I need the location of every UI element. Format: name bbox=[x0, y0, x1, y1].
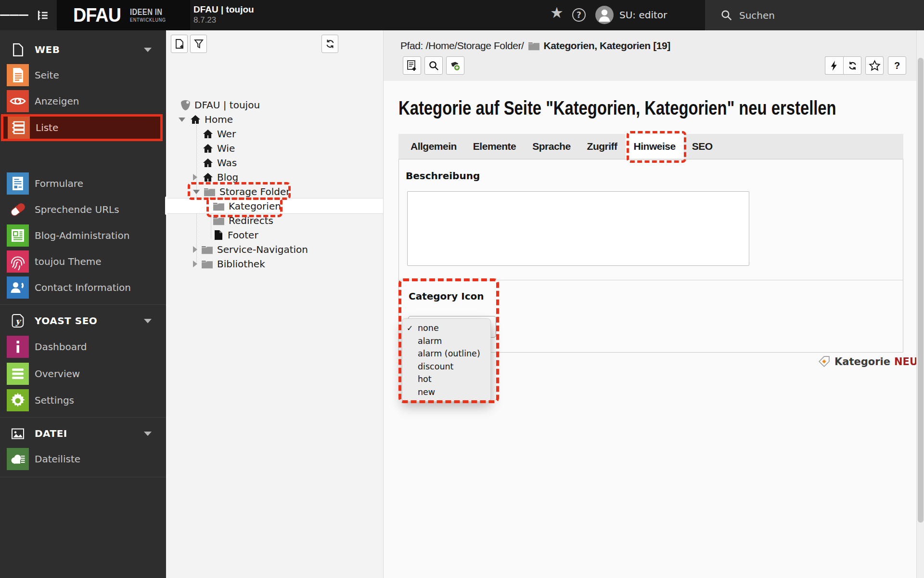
user-menu[interactable]: SU: editor bbox=[595, 6, 667, 24]
tab-seo[interactable]: SEO bbox=[684, 134, 721, 159]
tree-root[interactable]: DFAU | toujou bbox=[180, 98, 260, 112]
module-sidebar: WEB Seite Anzeigen Liste Formular bbox=[0, 30, 166, 578]
sidebar-item-anzeigen[interactable]: Anzeigen bbox=[0, 88, 166, 114]
caret-open-icon[interactable] bbox=[179, 118, 185, 122]
topbar-search[interactable]: Suchen bbox=[705, 0, 924, 30]
menu-icon[interactable] bbox=[0, 0, 28, 30]
dropdown-option-none[interactable]: ✓ none bbox=[402, 322, 490, 335]
breadcrumb: Pfad: /Home/Storage Folder/ Kategorien, … bbox=[400, 40, 670, 52]
document-black-icon bbox=[214, 230, 223, 240]
sidebar-item-dashboard[interactable]: Dashboard bbox=[0, 334, 166, 360]
section-title: WEB bbox=[35, 44, 60, 55]
search-icon[interactable] bbox=[424, 56, 443, 75]
form-icon bbox=[7, 172, 29, 195]
new-category-icon[interactable] bbox=[446, 56, 464, 75]
sidebar-item-toujou-theme[interactable]: toujou Theme bbox=[0, 249, 166, 275]
sidebar-item-sprechende-urls[interactable]: Sprechende URLs bbox=[0, 197, 166, 223]
panel-splitter-handle[interactable] bbox=[165, 197, 167, 215]
help-icon[interactable]: ? bbox=[888, 56, 906, 75]
help-icon[interactable]: ? bbox=[572, 8, 586, 22]
typo3-backend: DFAU IDEEN IN ENTWICKLUNG DFAU | toujou … bbox=[0, 0, 924, 578]
bolt-icon[interactable] bbox=[825, 56, 843, 75]
sidebar-item-contact-information[interactable]: Contact Information bbox=[0, 275, 166, 301]
caret-closed-icon[interactable] bbox=[193, 261, 197, 267]
dropdown-option-alarm-outline[interactable]: alarm (outline) bbox=[402, 347, 490, 360]
caret-closed-icon[interactable] bbox=[193, 174, 197, 181]
content-scrollbar[interactable] bbox=[916, 30, 924, 578]
newspaper-icon bbox=[7, 224, 29, 247]
doc-header-actions bbox=[825, 56, 861, 75]
home-icon bbox=[203, 172, 213, 182]
dropdown-option-alarm[interactable]: alarm bbox=[402, 335, 490, 348]
pagetree-toggle-icon[interactable] bbox=[28, 0, 57, 30]
sidebar-section-datei[interactable]: DATEI bbox=[0, 422, 166, 445]
eye-icon bbox=[7, 90, 29, 112]
tab-elemente[interactable]: Elemente bbox=[465, 134, 524, 159]
chevron-down-icon bbox=[144, 432, 152, 436]
svg-text:y: y bbox=[15, 316, 22, 326]
tree-node-storage-folder[interactable]: Storage Folder bbox=[193, 184, 290, 199]
page-tree-panel: DFAU | toujou Home Wer Wie Was Blog bbox=[166, 30, 384, 578]
sidebar-item-dateiliste[interactable]: Dateiliste bbox=[0, 446, 166, 472]
typo3-version: 8.7.23 bbox=[193, 15, 254, 25]
scrollbar-thumb[interactable] bbox=[918, 58, 924, 523]
checkmark-icon: ✓ bbox=[407, 324, 413, 333]
sidebar-item-settings[interactable]: Settings bbox=[0, 387, 166, 413]
tree-node-home[interactable]: Home bbox=[179, 112, 233, 127]
logo-text: DFAU bbox=[73, 4, 121, 26]
tree-node-wer[interactable]: Wer bbox=[203, 127, 236, 141]
description-textarea[interactable] bbox=[407, 191, 749, 266]
sidebar-divider bbox=[0, 417, 166, 418]
tab-zugriff[interactable]: Zugriff bbox=[579, 134, 626, 159]
home-icon bbox=[203, 129, 213, 139]
dropdown-option-hot[interactable]: hot bbox=[402, 373, 490, 386]
tree-node-wie[interactable]: Wie bbox=[203, 141, 235, 156]
sidebar-item-overview[interactable]: Overview bbox=[0, 361, 166, 387]
record-title: Kategorien, Kategorien [19] bbox=[544, 40, 670, 52]
sidebar-item-seite[interactable]: Seite bbox=[0, 62, 166, 88]
reload-icon[interactable] bbox=[843, 56, 861, 75]
tab-sprache[interactable]: Sprache bbox=[524, 134, 578, 159]
pill-icon bbox=[7, 198, 29, 221]
dropdown-option-discount[interactable]: discount bbox=[402, 360, 490, 373]
page-title: Kategorie auf Seite "Kategorien, Kategor… bbox=[398, 97, 836, 119]
sidebar-section-yoast[interactable]: y YOAST SEO bbox=[0, 310, 166, 332]
description-label: Beschreibung bbox=[406, 170, 480, 182]
filter-icon[interactable] bbox=[190, 35, 207, 53]
bookmark-star-icon[interactable]: ★ bbox=[550, 4, 564, 21]
tree-node-service-navigation[interactable]: Service-Navigation bbox=[193, 242, 308, 257]
chevron-down-icon bbox=[144, 48, 152, 52]
dropdown-option-new[interactable]: new bbox=[402, 386, 490, 399]
tree-node-bibliothek[interactable]: Bibliothek bbox=[193, 257, 265, 271]
section-title: DATEI bbox=[35, 428, 67, 439]
tree-node-redirects[interactable]: Redirects bbox=[213, 213, 273, 228]
folder-icon bbox=[201, 260, 213, 269]
refresh-icon[interactable] bbox=[321, 35, 338, 53]
tree-node-blog[interactable]: Blog bbox=[193, 170, 238, 184]
sidebar-item-formulare[interactable]: Formulare bbox=[0, 171, 166, 197]
sidebar-item-liste[interactable]: Liste bbox=[1, 114, 163, 141]
star-outline-icon[interactable] bbox=[865, 56, 884, 75]
tree-node-kategorien[interactable]: Kategorien bbox=[213, 199, 281, 213]
home-icon bbox=[190, 115, 201, 124]
caret-closed-icon[interactable] bbox=[193, 246, 197, 253]
sidebar-divider bbox=[0, 477, 166, 477]
folder-icon bbox=[528, 41, 540, 51]
filelist-icon bbox=[7, 448, 29, 470]
topbar-toggles bbox=[0, 0, 57, 30]
chevron-down-icon bbox=[144, 319, 152, 323]
rows-icon bbox=[7, 363, 29, 385]
tree-node-was[interactable]: Was bbox=[203, 156, 237, 170]
tab-allgemein[interactable]: Allgemein bbox=[402, 134, 465, 159]
category-icon-dropdown: ✓ none alarm alarm (outline) discount ho… bbox=[402, 318, 491, 402]
tree-node-footer[interactable]: Footer bbox=[214, 228, 258, 242]
caret-open-icon[interactable] bbox=[193, 190, 200, 194]
site-info: DFAU | toujou 8.7.23 bbox=[193, 4, 254, 25]
tab-hinweise[interactable]: Hinweise bbox=[626, 134, 684, 159]
new-record-icon[interactable] bbox=[403, 56, 421, 75]
sidebar-section-web[interactable]: WEB bbox=[0, 39, 166, 61]
sidebar-item-blog-administration[interactable]: Blog-Administration bbox=[0, 223, 166, 249]
yoast-icon: y bbox=[12, 314, 24, 328]
path-prefix: Pfad: /Home/Storage Folder/ bbox=[400, 40, 524, 52]
new-page-icon[interactable] bbox=[171, 35, 188, 53]
